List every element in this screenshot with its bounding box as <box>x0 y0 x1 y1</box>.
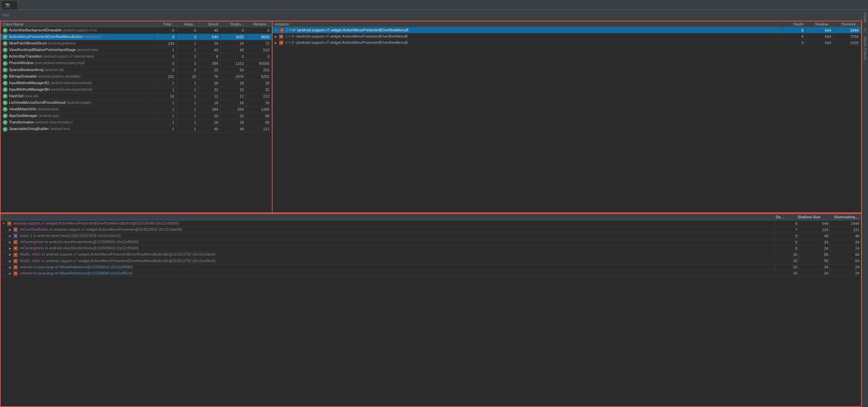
tree-expand-icon[interactable]: ▶ <box>9 247 11 250</box>
class-type-icon: C <box>3 100 8 105</box>
snapshot-tab[interactable]: 📷 <box>1 0 18 9</box>
class-shallow-cell: 16 <box>220 100 246 106</box>
tree-table-row[interactable]: ▶ ≡ mOverflowButton in android.support.v… <box>1 227 861 233</box>
tree-expand-icon[interactable]: ▶ <box>9 253 11 256</box>
class-table-row[interactable]: CAppOpsManager (android.app) 1 1 20 20 8… <box>1 113 272 119</box>
expand-icon[interactable]: ▶ <box>275 41 277 44</box>
class-table-row[interactable]: CSparseBooleanArray (android.util) 3 3 2… <box>1 67 272 73</box>
tree-shallow-cell: 24 <box>799 264 830 270</box>
col-header-classname: Class Name <box>1 21 155 27</box>
class-name-main: BitmapDrawable <box>9 74 37 78</box>
tree-expand-icon[interactable]: ▶ <box>9 228 11 231</box>
class-table-row[interactable]: CActionBarTransition (android.support.v7… <box>1 53 272 60</box>
class-shallow-cell: 1152 <box>220 60 246 67</box>
class-table-row[interactable]: CBitmapDrawable (android.graphics.drawab… <box>1 73 272 80</box>
class-name-main: PhoneWindow <box>9 61 33 65</box>
class-total-cell: 16 <box>155 93 177 99</box>
tree-dominating-cell: 2444 <box>830 220 861 227</box>
class-sizeof-cell: 40 <box>198 27 220 34</box>
col-dominating-header: Dominating... <box>834 215 858 219</box>
sidebar-m[interactable]: m <box>862 26 868 34</box>
class-type-icon: C <box>3 113 8 118</box>
reference-tree-table: ▼ ≡ android.support.v7.widget.ActionMenu… <box>1 220 861 277</box>
class-table-row[interactable]: CInputMethodManager$H (android.view.inpu… <box>1 86 272 93</box>
tree-expand-icon[interactable]: ▶ <box>9 240 11 244</box>
class-table-row[interactable]: CListView$ArrowScrollFocusResult (androi… <box>1 100 272 106</box>
tree-dominating-cell: 24 <box>830 239 861 245</box>
class-table-row[interactable]: CSpannableStringBuilder (android.text) 1… <box>1 126 272 132</box>
class-heap-cell: 1 <box>177 86 199 93</box>
tree-expand-icon[interactable]: ▶ <box>9 272 11 275</box>
class-type-icon: C <box>3 107 8 112</box>
tree-expand-icon[interactable]: ▶ <box>9 266 11 269</box>
class-table-row[interactable]: CInputMethodManager$1 (android.view.inpu… <box>1 80 272 86</box>
class-name-cell: CBitmapDrawable (android.graphics.drawab… <box>1 73 155 80</box>
tree-dominating-cell: 24 <box>830 245 861 251</box>
tree-dominating-cell: 48 <box>830 233 861 239</box>
reference-tree-col-headers: De... Shallow Size Dominating... <box>776 215 858 219</box>
tree-table-row[interactable]: ▼ ≡ android.support.v7.widget.ActionMenu… <box>1 220 861 227</box>
class-table-row[interactable]: CActionMenuPresenter$OverflowMenuButton … <box>1 34 272 40</box>
class-sizeof-cell: 544 <box>198 34 220 40</box>
tree-table-row[interactable]: ▶ ≡ this$1, mSrc in android.support.v7.w… <box>1 251 861 258</box>
class-total-cell: 1 <box>155 106 177 113</box>
tree-table-row[interactable]: ▶ ≡ this$1, mSrc in android.support.v7.w… <box>1 258 861 264</box>
class-total-cell: 202 <box>155 73 177 80</box>
tree-table-row[interactable]: ▶ ≡ mOwningView in android.view.RenderNo… <box>1 239 861 245</box>
sidebar-gradle[interactable]: Gradle <box>862 10 868 26</box>
tree-expand-icon[interactable]: ▶ <box>9 259 11 263</box>
class-shallow-cell: 0 <box>220 53 246 60</box>
class-heap-cell: 1 <box>177 126 199 132</box>
class-type-icon: C <box>3 87 8 92</box>
tree-expand-icon[interactable]: ▶ <box>9 234 11 238</box>
tree-table-row[interactable]: ▶ ≡ referent in java.lang.ref.WeakRefere… <box>1 270 861 276</box>
class-total-cell: 0 <box>155 27 177 34</box>
class-table-row[interactable]: CTransformation (android.view.animation)… <box>1 119 272 126</box>
class-total-cell: 3 <box>155 60 177 67</box>
instance-table-row[interactable]: ▼ ≡ 0 = {= {android.support.v7.widget.Ac… <box>273 27 861 33</box>
class-type-icon: C <box>3 94 8 99</box>
class-table-row[interactable]: CView$AttachInfo (android.view) 1 1 284 … <box>1 106 272 113</box>
class-total-cell: 234 <box>155 40 177 47</box>
class-table-row[interactable]: CActionBarBackgroundDrawable (android.su… <box>1 27 272 34</box>
tree-text-cell: ▶ ≡ Index 1 in android.view.View[12]@315… <box>1 233 775 239</box>
class-table-row[interactable]: CViewRootImpl$NativePreImeInputStage (an… <box>1 47 272 53</box>
tree-dominating-cell: 24 <box>830 264 861 270</box>
class-type-icon: C <box>3 54 8 59</box>
instance-panel: Instance Depth Shallow... Dominat... ▼ ≡… <box>273 21 862 213</box>
main-content: Class Name Total... Heap... Sizeof Shall… <box>0 21 862 407</box>
expand-icon[interactable]: ▼ <box>275 29 278 32</box>
class-name-pkg: (android.support.v7.int <box>62 28 97 32</box>
expand-icon[interactable]: ▶ <box>275 35 277 38</box>
class-shallow-cell: 60 <box>220 67 246 73</box>
instance-shallow-cell: 544 <box>806 33 834 40</box>
class-shallow-cell: 1632 <box>220 34 246 40</box>
class-name-cell: CInputMethodManager$1 (android.view.inpu… <box>1 80 155 86</box>
col-header-total: Total... <box>155 21 177 27</box>
class-table-row[interactable]: CPhoneWindow (com.android.internal.polic… <box>1 60 272 67</box>
heap-selector[interactable] <box>3 14 9 16</box>
sidebar-maven[interactable]: Maven Projects <box>862 34 868 63</box>
class-heap-cell: 1 <box>177 100 199 106</box>
class-type-icon: C <box>3 41 8 46</box>
instance-table-row[interactable]: ▶ ≡ 2 = {= {android.support.v7.widget.Ac… <box>273 40 861 46</box>
instance-table-row[interactable]: ▶ ≡ 1 = {= {android.support.v7.widget.Ac… <box>273 33 861 40</box>
class-name-cell: CPhoneWindow (com.android.internal.polic… <box>1 60 155 67</box>
class-retained-cell: 32 <box>246 86 272 93</box>
class-retained-cell: 0 <box>246 53 272 60</box>
class-type-icon: C <box>3 74 8 79</box>
class-name-cell: CActionMenuPresenter$OverflowMenuButton … <box>1 34 155 40</box>
class-name-cell: CInputMethodManager$H (android.view.inpu… <box>1 86 155 93</box>
class-sizeof-cell: 28 <box>198 119 220 126</box>
tree-shallow-cell: 544 <box>799 220 830 227</box>
tree-table-row[interactable]: ▶ ≡ mOwningView in android.view.RenderNo… <box>1 245 861 251</box>
class-name-pkg: (android.view.animation) <box>34 120 73 124</box>
tree-table-row[interactable]: ▶ ≡ referent in java.lang.ref.WeakRefere… <box>1 264 861 270</box>
tree-field-ref: in java.lang.ref.WeakReference@315590080… <box>33 271 132 275</box>
class-table-row[interactable]: CNinePatch$InsetStruct (android.graphics… <box>1 40 272 47</box>
tree-expand-icon[interactable]: ▼ <box>2 222 5 225</box>
class-total-cell: 1 <box>155 100 177 106</box>
class-table-row[interactable]: CHashSet (java.util) 16 1 12 12 212 <box>1 93 272 99</box>
tree-table-row[interactable]: ▶ ≡ Index 1 in android.view.View[12]@315… <box>1 233 861 239</box>
class-shallow-cell: 0 <box>220 27 246 34</box>
